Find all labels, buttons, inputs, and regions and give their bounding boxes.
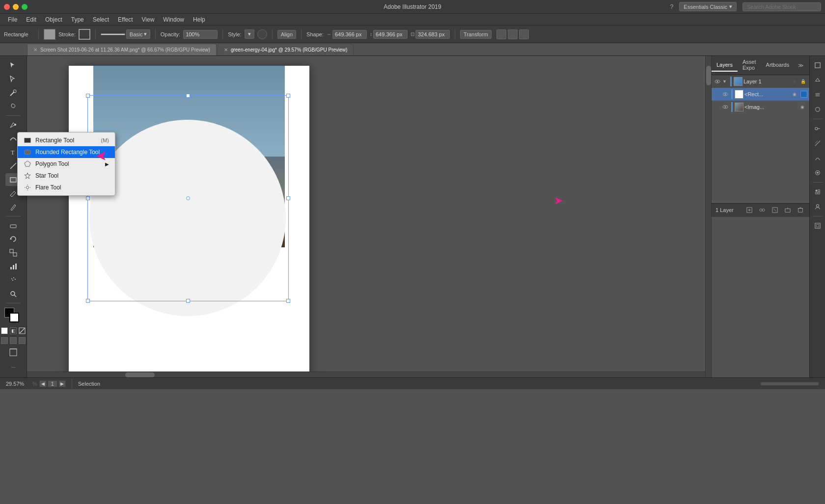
none-mode-btn[interactable] <box>19 327 26 334</box>
menu-view[interactable]: View <box>138 15 159 24</box>
layer-rect-row[interactable]: <Rect... ◉ <box>712 88 809 101</box>
layer-image-target[interactable]: ◉ <box>800 105 807 109</box>
transform-btn-3[interactable] <box>519 29 529 39</box>
view-btn-1[interactable] <box>1 337 8 344</box>
essentials-button[interactable]: Essentials Classic ▾ <box>679 2 737 11</box>
layer-1-eye[interactable] <box>714 78 721 85</box>
locate-object-btn[interactable] <box>770 205 780 215</box>
vertical-scrollbar[interactable] <box>705 56 711 377</box>
rotate-tool[interactable] <box>5 233 21 245</box>
layer-1-row[interactable]: ▼ Layer 1 ◉ 🔒 <box>712 75 809 88</box>
menu-help[interactable]: Help <box>189 15 209 24</box>
fill-swatch[interactable] <box>44 29 55 40</box>
stroke-width-selector[interactable] <box>101 33 125 35</box>
menu-effect[interactable]: Effect <box>114 15 137 24</box>
selection-tool[interactable] <box>5 59 21 72</box>
zoom-input[interactable] <box>6 381 30 387</box>
scale-tool[interactable] <box>5 246 21 259</box>
right-icon-5[interactable] <box>811 122 824 135</box>
opacity-input[interactable] <box>183 30 218 39</box>
search-stock-input[interactable] <box>742 2 821 11</box>
pen-tool[interactable] <box>5 118 21 131</box>
artboard-tool[interactable] <box>5 346 21 359</box>
context-star-tool[interactable]: Star Tool <box>18 170 115 182</box>
next-page-btn[interactable]: ▶ <box>58 380 66 387</box>
tab-layers[interactable]: Layers <box>712 59 738 72</box>
handle-bl[interactable] <box>86 299 90 303</box>
minimize-button[interactable] <box>13 4 19 10</box>
tab-asset-export[interactable]: Asset Expo <box>738 56 761 75</box>
symbol-sprayer-tool[interactable] <box>5 274 21 287</box>
tab-close-2[interactable]: ✕ <box>224 47 228 53</box>
right-icon-11[interactable] <box>811 219 824 232</box>
maximize-button[interactable] <box>22 4 28 10</box>
new-sublayer-btn[interactable] <box>744 205 754 215</box>
more-tools-btn[interactable]: ··· <box>5 361 21 373</box>
canvas-area[interactable] <box>27 56 711 377</box>
horizontal-scrollbar[interactable] <box>27 371 705 377</box>
width-input[interactable] <box>332 30 367 39</box>
scroll-thumb-h[interactable] <box>125 372 155 377</box>
right-icon-1[interactable] <box>811 59 824 72</box>
layer-1-expand[interactable]: ▼ <box>722 79 728 84</box>
height-input[interactable] <box>373 30 408 39</box>
tab-artboards[interactable]: Artboards <box>761 59 795 72</box>
right-icon-6[interactable] <box>811 137 824 150</box>
style-circle-btn[interactable] <box>257 29 267 39</box>
layers-tab-more[interactable]: ≫ <box>794 62 808 69</box>
handle-tl[interactable] <box>86 94 90 98</box>
layer-image-row[interactable]: <Imag... ◉ <box>712 101 809 113</box>
gradient-mode-btn[interactable]: ◧ <box>10 327 17 334</box>
view-btn-3[interactable] <box>19 337 26 344</box>
handle-br[interactable] <box>286 299 290 303</box>
right-icon-2[interactable] <box>811 74 824 86</box>
menu-file[interactable]: File <box>4 15 21 24</box>
x-input[interactable] <box>415 30 450 39</box>
menu-object[interactable]: Object <box>41 15 66 24</box>
basic-dropdown[interactable]: Basic ▾ <box>126 29 150 39</box>
right-icon-7[interactable] <box>811 152 824 164</box>
layer-rect-target[interactable]: ◉ <box>793 92 799 97</box>
page-input[interactable] <box>48 380 57 387</box>
normal-mode-btn[interactable] <box>1 327 8 334</box>
tab-screenshot[interactable]: ✕ Screen Shot 2019-06-26 at 11.26.36 AM.… <box>27 44 217 55</box>
right-icon-10[interactable] <box>811 200 824 213</box>
eraser-tool[interactable] <box>5 219 21 232</box>
context-rectangle-tool[interactable]: Rectangle Tool (M) <box>18 134 115 146</box>
zoom-tool[interactable] <box>5 288 21 300</box>
menu-window[interactable]: Window <box>159 15 188 24</box>
handle-ml[interactable] <box>86 196 90 200</box>
close-button[interactable] <box>4 4 10 10</box>
help-icon[interactable]: ? <box>670 3 673 10</box>
delete-layer-btn[interactable] <box>796 205 805 215</box>
view-btn-2[interactable] <box>10 337 17 344</box>
layer-1-lock[interactable]: 🔒 <box>800 79 807 84</box>
new-layer-btn[interactable] <box>783 205 793 215</box>
tab-close-1[interactable]: ✕ <box>33 47 37 53</box>
menu-edit[interactable]: Edit <box>22 15 40 24</box>
make-clipping-mask-btn[interactable] <box>757 205 767 215</box>
right-icon-4[interactable] <box>811 103 824 116</box>
menu-type[interactable]: Type <box>67 15 88 24</box>
lasso-tool[interactable] <box>5 100 21 113</box>
layer-image-eye[interactable] <box>721 103 729 111</box>
transform-btn-2[interactable] <box>508 29 518 39</box>
right-icon-3[interactable] <box>811 88 824 101</box>
stroke-color-box[interactable] <box>9 313 19 322</box>
transform-btn-1[interactable] <box>496 29 506 39</box>
pencil-tool[interactable] <box>5 201 21 213</box>
direct-selection-tool[interactable] <box>5 73 21 85</box>
menu-select[interactable]: Select <box>89 15 113 24</box>
layer-1-target[interactable]: ◉ <box>793 79 799 84</box>
tab-green-energy[interactable]: ✕ green-energy-04.jpg* @ 29.57% (RGB/GPU… <box>218 44 354 55</box>
align-button[interactable]: Align <box>277 30 296 39</box>
context-flare-tool[interactable]: Flare Tool <box>18 182 115 193</box>
prev-page-btn[interactable]: ◀ <box>39 380 47 387</box>
handle-mr[interactable] <box>286 196 290 200</box>
magic-wand-tool[interactable] <box>5 86 21 99</box>
right-icon-8[interactable] <box>811 166 824 179</box>
ellipse-layer[interactable] <box>89 120 286 316</box>
style-dropdown[interactable]: ▾ <box>245 29 254 39</box>
stroke-swatch[interactable] <box>79 29 90 40</box>
scroll-thumb-v[interactable] <box>706 66 711 85</box>
